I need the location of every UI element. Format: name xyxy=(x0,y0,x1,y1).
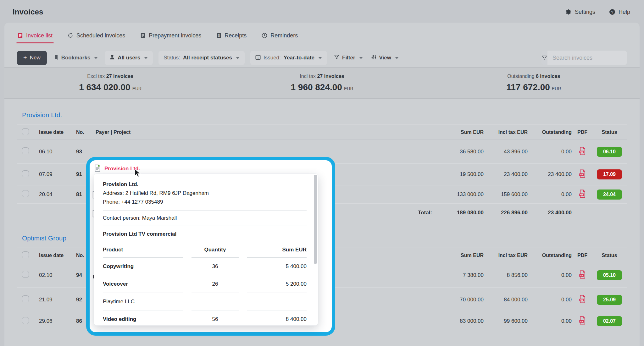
row-checkbox[interactable] xyxy=(22,147,29,154)
outstanding-cell: 0.00 xyxy=(529,297,573,303)
incl-tax-cell: 8 856.00 xyxy=(485,272,529,278)
mouse-cursor xyxy=(133,168,142,179)
status-badge[interactable]: 06.10 xyxy=(597,147,622,157)
chevron-down-icon xyxy=(395,57,399,59)
payer-details-tooltip: Provision Ltd. Address: 2 Hatfield Rd, R… xyxy=(94,173,318,326)
svg-text:PDF: PDF xyxy=(580,321,583,322)
incl-tax-cell: 84 000.00 xyxy=(485,297,529,303)
invoice-no-cell: 81 xyxy=(66,191,89,198)
table-header: Issue date No. Payer | Project Sum EUR I… xyxy=(17,125,627,140)
row-checkbox[interactable] xyxy=(22,170,29,177)
tooltip-phone: Phone: +44 1277 035489 xyxy=(103,198,307,206)
col-product: Product xyxy=(103,242,183,258)
receipt-dollar-icon: $ xyxy=(216,33,221,38)
incl-tax-cell: 99 600.00 xyxy=(485,318,529,324)
settings-label: Settings xyxy=(575,9,595,15)
svg-text:PDF: PDF xyxy=(580,151,583,153)
col-sum: Sum EUR xyxy=(438,253,485,258)
col-pdf: PDF xyxy=(573,253,592,258)
row-checkbox[interactable] xyxy=(22,317,29,324)
status-badge[interactable]: 25.09 xyxy=(597,295,622,305)
row-checkbox[interactable] xyxy=(22,190,29,197)
outstanding-cell: 0.00 xyxy=(529,318,573,324)
issued-filter-button[interactable]: 1 Issued: Year-to-date xyxy=(250,51,327,65)
page-title: Invoices xyxy=(13,8,43,16)
tab-scheduled-invoices[interactable]: Scheduled invoices xyxy=(68,23,125,48)
invoice-no-cell: 92 xyxy=(66,297,89,303)
gear-icon xyxy=(565,9,572,15)
sum-cell: 133 000.00 xyxy=(438,191,485,198)
clock-icon xyxy=(262,33,267,38)
select-all-checkbox[interactable] xyxy=(22,128,29,135)
pdf-icon[interactable]: PDF xyxy=(579,270,586,280)
product-cell: Playtime LLC xyxy=(103,293,183,310)
tab-bar: Invoice list Scheduled invoices Prepayme… xyxy=(4,23,640,48)
incl-tax-cell: 159 600.00 xyxy=(485,191,529,198)
sum-cell: 8 400.00 xyxy=(247,310,307,326)
sum-cell: 36 580.00 xyxy=(438,149,485,155)
users-filter-label: All users xyxy=(118,55,140,61)
chevron-down-icon xyxy=(94,57,98,59)
search-funnel-icon[interactable] xyxy=(541,51,547,65)
document-icon xyxy=(94,164,101,173)
status-badge[interactable]: 24.04 xyxy=(597,189,622,200)
quantity-cell xyxy=(192,293,239,310)
app-header: Invoices Settings ? Help xyxy=(0,0,644,24)
svg-text:PDF: PDF xyxy=(580,174,583,176)
section-title-provision[interactable]: Provision Ltd. xyxy=(4,111,640,124)
col-outstanding: Outstanding xyxy=(529,129,573,135)
plus-icon: + xyxy=(23,54,27,61)
tab-reminders[interactable]: Reminders xyxy=(262,23,298,48)
tooltip-project-name: Provision Ltd TV commercial xyxy=(103,230,307,238)
outstanding-cell: 23 400.00 xyxy=(529,171,573,178)
quantity-cell: 36 xyxy=(192,258,239,275)
refresh-icon xyxy=(68,33,73,38)
status-badge[interactable]: 17.09 xyxy=(597,169,622,179)
tab-prepayment-invoices[interactable]: Prepayment invoices xyxy=(140,23,201,48)
row-checkbox[interactable] xyxy=(22,271,29,278)
pdf-icon[interactable]: PDF xyxy=(579,316,586,326)
row-checkbox[interactable] xyxy=(22,295,29,302)
issue-date-cell: 21.09 xyxy=(31,297,66,303)
users-filter-button[interactable]: All users xyxy=(105,51,153,65)
tab-invoice-list[interactable]: Invoice list xyxy=(18,23,53,48)
pdf-icon[interactable]: PDF xyxy=(579,189,586,200)
pdf-icon[interactable]: PDF xyxy=(579,147,586,157)
sum-cell: 5 200.00 xyxy=(247,275,307,293)
pdf-icon[interactable]: PDF xyxy=(579,169,586,179)
summary-outstanding: Outstanding 6 invoices 117 672.00EUR xyxy=(428,74,640,92)
select-all-checkbox[interactable] xyxy=(22,251,29,258)
summary-excl-tax: Excl tax 27 invoices 1 634 020.00EUR xyxy=(4,74,216,92)
tab-label: Prepayment invoices xyxy=(149,32,201,39)
toolbar: + New Bookmarks All users Status: All re… xyxy=(4,48,640,67)
outstanding-cell: 0.00 xyxy=(529,191,573,198)
invoice-no-cell: 94 xyxy=(66,272,89,278)
bookmarks-button[interactable]: Bookmarks xyxy=(53,51,99,65)
svg-text:PDF: PDF xyxy=(580,299,583,301)
tooltip-scrollbar[interactable] xyxy=(314,175,317,264)
view-button[interactable]: View xyxy=(370,51,400,65)
issue-date-cell: 07.09 xyxy=(31,171,66,178)
new-button-label: New xyxy=(30,55,41,61)
filter-button[interactable]: Filter xyxy=(333,51,364,65)
settings-button[interactable]: Settings xyxy=(565,9,595,15)
total-incl-tax: 226 896.00 xyxy=(485,210,529,216)
summary-incl-tax: Incl tax 27 invoices 1 960 824.00EUR xyxy=(216,74,428,92)
tab-receipts[interactable]: $ Receipts xyxy=(216,23,247,48)
search-input[interactable] xyxy=(547,51,627,65)
new-button[interactable]: + New xyxy=(17,51,47,65)
status-filter-button[interactable]: Status: All receipt statuses xyxy=(158,51,245,65)
issue-date-cell: 02.10 xyxy=(31,272,66,278)
col-sum-eur: Sum EUR xyxy=(247,242,307,258)
status-badge[interactable]: 05.10 xyxy=(597,270,622,280)
tab-label: Invoice list xyxy=(26,32,53,39)
status-badge[interactable]: 02.07 xyxy=(597,316,622,326)
sum-cell xyxy=(247,293,307,310)
help-button[interactable]: ? Help xyxy=(609,9,630,15)
outstanding-cell: 0.00 xyxy=(529,272,573,278)
pdf-icon[interactable]: PDF xyxy=(579,295,586,305)
tooltip-product-table: Product Quantity Sum EUR Copywriting 36 … xyxy=(103,242,307,326)
col-issue-date: Issue date xyxy=(31,129,66,135)
chevron-down-icon xyxy=(144,57,148,59)
col-sum: Sum EUR xyxy=(438,129,485,135)
